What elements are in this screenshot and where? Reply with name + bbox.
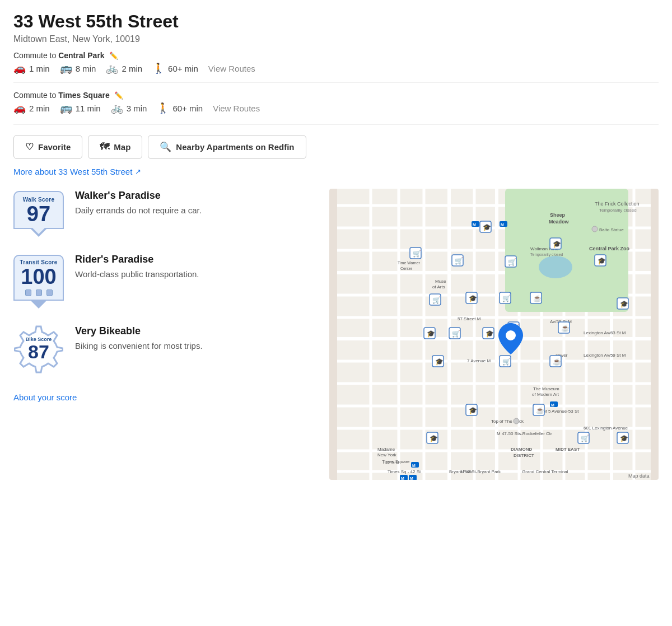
svg-text:🎓: 🎓 <box>483 223 491 231</box>
commute-transit-2: 🚌 11 min <box>60 102 101 114</box>
svg-text:Temporarily closed: Temporarily closed <box>530 253 563 257</box>
svg-text:M 5 Avenue-53 St: M 5 Avenue-53 St <box>543 409 579 414</box>
more-about-link[interactable]: More about 33 West 55th Street ↗ <box>13 167 659 176</box>
svg-text:🎓: 🎓 <box>427 329 435 338</box>
commute-walk-time-2: 60+ min <box>172 104 203 113</box>
commute-bike-1: 🚲 2 min <box>106 62 142 74</box>
search-icon: 🔍 <box>160 141 171 153</box>
svg-text:🛒: 🛒 <box>455 256 463 265</box>
transit-score-badge: Transit Score 100 <box>13 255 64 301</box>
svg-text:🎓: 🎓 <box>469 406 477 414</box>
svg-text:Bryant Park: Bryant Park <box>449 469 473 474</box>
walk-score-value: 97 <box>27 203 50 225</box>
bike-score-title: Very Bikeable <box>75 325 316 337</box>
svg-text:DISTRICT: DISTRICT <box>514 453 534 458</box>
commute-bike-time-1: 2 min <box>122 64 142 73</box>
svg-text:Map data: Map data <box>628 473 650 479</box>
svg-text:New York: New York <box>377 452 397 457</box>
svg-text:MIDT EAST: MIDT EAST <box>556 447 580 452</box>
commute-transit-time-1: 8 min <box>76 64 96 73</box>
walk-score-title: Walker's Paradise <box>75 190 316 202</box>
transit-score-value: 100 <box>21 266 56 287</box>
commute-transit-time-2: 11 min <box>76 104 101 113</box>
external-link-icon: ↗ <box>135 167 141 176</box>
svg-text:🎓: 🎓 <box>435 357 444 366</box>
about-score-link[interactable]: About your score <box>13 393 77 402</box>
transit-icon-2: 🚌 <box>60 102 72 114</box>
commute-car-time-2: 2 min <box>29 104 50 113</box>
svg-text:🛒: 🛒 <box>508 258 516 266</box>
svg-text:Center: Center <box>400 267 413 270</box>
svg-text:Sheep: Sheep <box>550 212 566 218</box>
svg-text:Balto Statue: Balto Statue <box>599 227 624 232</box>
walk-score-desc: Walker's Paradise Daily errands do not r… <box>75 189 316 217</box>
location-subtitle: Midtown East, New York, 10019 <box>13 34 659 44</box>
transit-badge-wrapper: Transit Score 100 <box>13 255 64 309</box>
commute-dest-2: Times Square <box>58 91 110 100</box>
edit-icon-2[interactable]: ✏️ <box>114 91 123 100</box>
svg-text:of Modern Art: of Modern Art <box>532 392 559 397</box>
page-title: 33 West 55th Street <box>13 11 659 32</box>
svg-text:M: M <box>551 403 554 407</box>
favorite-label: Favorite <box>38 142 71 152</box>
svg-text:🛒: 🛒 <box>452 329 460 338</box>
svg-text:Meadow: Meadow <box>549 219 570 225</box>
view-routes-2[interactable]: View Routes <box>213 104 260 113</box>
commute-transit-1: 🚌 8 min <box>60 62 96 74</box>
svg-text:🛒: 🛒 <box>502 357 511 366</box>
map-container[interactable]: Sheep Meadow The Frick Collection Tempor… <box>329 189 659 480</box>
svg-point-48 <box>514 418 519 424</box>
car-icon-2: 🚗 <box>13 102 26 114</box>
svg-text:🛒: 🛒 <box>432 296 441 304</box>
bike-icon-2: 🚲 <box>111 102 123 114</box>
action-buttons: ♡ Favorite 🗺 Map 🔍 Nearby Apartments on … <box>13 135 659 159</box>
commute-walk-time-1: 60+ min <box>168 64 198 73</box>
commute-dest-1: Central Park <box>58 51 104 60</box>
svg-point-27 <box>539 256 572 278</box>
map-column: Sheep Meadow The Frick Collection Tempor… <box>329 189 659 480</box>
commute-car-time-1: 1 min <box>29 64 50 73</box>
commute-bike-2: 🚲 3 min <box>111 102 147 114</box>
bike-score-badge: Bike Score 87 <box>14 324 63 373</box>
commute-label-1: Commute to <box>13 51 56 60</box>
svg-text:Central Park Zoo: Central Park Zoo <box>589 246 630 251</box>
bike-score-desc: Very Bikeable Biking is convenient for m… <box>75 324 316 353</box>
svg-text:🎓: 🎓 <box>469 294 477 302</box>
transit-score-text: World-class public transportation. <box>75 268 316 281</box>
svg-point-125 <box>506 330 516 340</box>
svg-text:7 Avenue M: 7 Avenue M <box>467 358 491 363</box>
transit-leg-1 <box>25 289 31 296</box>
svg-text:🎓: 🎓 <box>620 434 628 442</box>
svg-text:M: M <box>410 476 413 480</box>
svg-text:M 47-50 Sts-Rockefeller Ctr: M 47-50 Sts-Rockefeller Ctr <box>497 431 552 436</box>
svg-text:Muse: Muse <box>435 279 446 284</box>
svg-text:☕: ☕ <box>553 357 561 366</box>
transit-score-item: Transit Score 100 Rider's Paradise World… <box>13 253 316 309</box>
svg-text:🎓: 🎓 <box>620 300 628 308</box>
walk-icon-2: 🚶 <box>157 102 169 114</box>
edit-icon-1[interactable]: ✏️ <box>109 52 118 60</box>
commute-central-park: Commute to Central Park ✏️ 🚗 1 min 🚌 8 m… <box>13 51 659 74</box>
transit-score-title: Rider's Paradise <box>75 254 316 265</box>
nearby-button[interactable]: 🔍 Nearby Apartments on Redfin <box>148 135 306 159</box>
transit-icon-1: 🚌 <box>60 62 72 74</box>
map-label: Map <box>114 142 130 152</box>
svg-text:🛒: 🛒 <box>502 294 511 302</box>
svg-text:Time Warner: Time Warner <box>398 261 421 265</box>
transit-legs <box>25 289 53 296</box>
svg-text:Madame: Madame <box>377 447 395 452</box>
map-button[interactable]: 🗺 Map <box>88 135 142 159</box>
svg-text:M: M <box>412 464 416 468</box>
commute-walk-1: 🚶 60+ min <box>152 62 198 74</box>
commute-label-2: Commute to <box>13 91 56 100</box>
map-svg: Sheep Meadow The Frick Collection Tempor… <box>329 189 659 480</box>
favorite-button[interactable]: ♡ Favorite <box>13 135 82 159</box>
svg-text:🎓: 🎓 <box>553 240 561 248</box>
svg-text:of Arts: of Arts <box>432 284 445 289</box>
view-routes-1[interactable]: View Routes <box>208 64 255 73</box>
nearby-label: Nearby Apartments on Redfin <box>176 142 294 152</box>
svg-text:601 Lexington Avenue: 601 Lexington Avenue <box>584 426 628 431</box>
svg-text:🛒: 🛒 <box>581 434 589 442</box>
svg-text:☕: ☕ <box>561 324 570 332</box>
svg-text:🎓: 🎓 <box>598 256 606 265</box>
